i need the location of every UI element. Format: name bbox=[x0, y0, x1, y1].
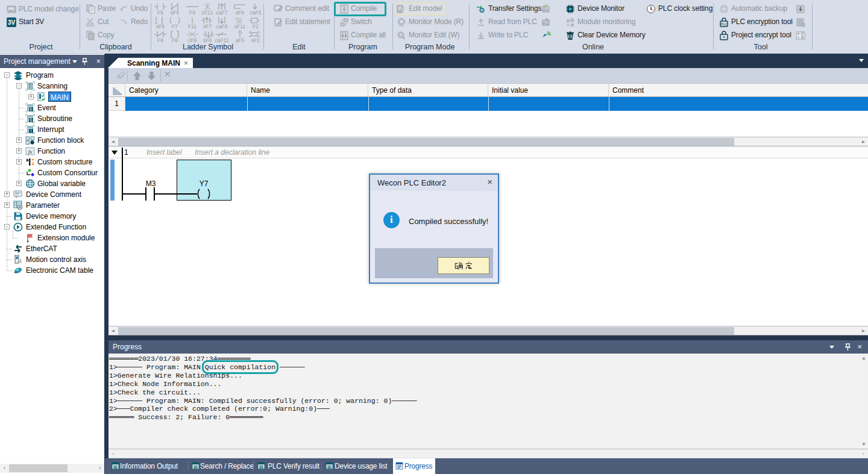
svg-text:I: I bbox=[31, 129, 32, 133]
svg-text:sF7: sF7 bbox=[203, 23, 212, 30]
svg-text:sF8: sF8 bbox=[203, 37, 212, 42]
svg-text:caF5: caF5 bbox=[250, 10, 262, 16]
svg-text:sF5: sF5 bbox=[156, 23, 165, 30]
svg-text:F7: F7 bbox=[172, 23, 178, 30]
svg-text:PLC: PLC bbox=[721, 22, 728, 26]
svg-text:cF9: cF9 bbox=[188, 37, 197, 42]
svg-text:sF9: sF9 bbox=[236, 10, 244, 16]
svg-text:F8: F8 bbox=[172, 37, 178, 42]
svg-text:cF11: cF11 bbox=[202, 10, 213, 16]
svg-text:F6: F6 bbox=[157, 37, 163, 42]
svg-text:3V: 3V bbox=[8, 19, 16, 26]
svg-text:x: x bbox=[20, 258, 22, 261]
svg-text:E: E bbox=[30, 107, 33, 111]
svg-text:F2: F2 bbox=[253, 23, 259, 30]
svg-text:sF6: sF6 bbox=[171, 10, 179, 16]
svg-text:PLC: PLC bbox=[543, 22, 549, 25]
svg-text:S: S bbox=[30, 118, 33, 122]
svg-text:F9: F9 bbox=[189, 10, 195, 16]
svg-text:F5: F5 bbox=[157, 10, 163, 16]
svg-text:PLC: PLC bbox=[543, 8, 549, 12]
svg-text:PLC: PLC bbox=[7, 10, 13, 13]
svg-text:sF11: sF11 bbox=[234, 23, 246, 30]
svg-text:fx: fx bbox=[28, 149, 33, 155]
svg-text:caF8: caF8 bbox=[216, 23, 228, 30]
svg-text:sF2: sF2 bbox=[251, 37, 260, 42]
svg-text:caF7: caF7 bbox=[216, 10, 228, 16]
svg-text:aF5: aF5 bbox=[236, 37, 245, 42]
svg-text:F11: F11 bbox=[188, 23, 197, 30]
svg-text:caF11: caF11 bbox=[215, 37, 229, 42]
